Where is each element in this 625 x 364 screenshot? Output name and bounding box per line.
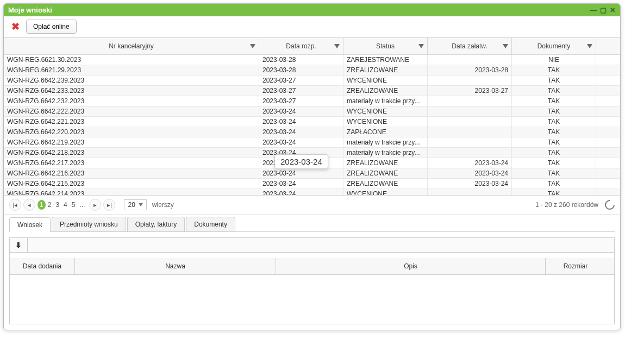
table-cell[interactable]: WGN-RZG.6642.239.2023 bbox=[4, 76, 259, 85]
table-cell[interactable]: 2023-03-24 bbox=[259, 106, 343, 116]
table-cell[interactable]: 2023-03-24 bbox=[259, 189, 343, 196]
table-cell[interactable]: WYCENIONE bbox=[343, 189, 428, 196]
table-row[interactable]: WGN-RZG.6642.214.20232023-03-24WYCENIONE… bbox=[4, 189, 620, 196]
sub-column-data-dodania[interactable]: Data dodania bbox=[10, 258, 75, 274]
table-cell[interactable]: WGN-RZG.6642.232.2023 bbox=[4, 96, 259, 106]
table-cell[interactable]: TAK bbox=[512, 179, 596, 189]
table-cell[interactable] bbox=[428, 137, 512, 147]
table-cell[interactable]: ZAPŁACONE bbox=[343, 127, 428, 137]
tab-przedmioty-wniosku[interactable]: Przedmioty wniosku bbox=[52, 217, 126, 231]
table-cell[interactable]: 2023-03-24 bbox=[259, 127, 343, 137]
table-cell[interactable]: 2023-03-27 bbox=[259, 96, 343, 106]
table-cell[interactable]: 2023-03-27 bbox=[259, 86, 343, 96]
table-cell[interactable]: 2023-03-24 bbox=[259, 168, 343, 178]
table-cell[interactable]: TAK bbox=[512, 137, 596, 147]
table-cell[interactable]: TAK bbox=[512, 168, 596, 178]
table-cell[interactable]: ZREALIZOWANE bbox=[343, 158, 428, 168]
table-cell[interactable] bbox=[428, 189, 512, 196]
table-row[interactable]: WGN-RZG.6642.233.20232023-03-27ZREALIZOW… bbox=[4, 86, 620, 96]
page-number[interactable]: 2 bbox=[46, 200, 54, 210]
table-cell[interactable]: ZREALIZOWANE bbox=[343, 65, 428, 75]
next-page-button[interactable]: ▸ bbox=[89, 199, 101, 211]
table-cell[interactable]: TAK bbox=[512, 189, 596, 196]
table-cell[interactable]: WGN-RZG.6642.214.2023 bbox=[4, 189, 259, 196]
table-cell[interactable]: ZREALIZOWANE bbox=[343, 168, 428, 178]
last-page-button[interactable]: ▸| bbox=[103, 199, 115, 211]
table-cell[interactable]: TAK bbox=[512, 127, 596, 137]
table-cell[interactable]: 2023-03-24 bbox=[259, 158, 343, 168]
table-row[interactable]: WGN-REG.6621.29.20232023-03-28ZREALIZOWA… bbox=[4, 65, 620, 76]
minimize-icon[interactable]: — bbox=[590, 6, 597, 14]
table-cell[interactable]: 2023-03-28 bbox=[428, 65, 512, 75]
tab-wniosek[interactable]: Wniosek bbox=[9, 217, 51, 232]
filter-icon[interactable] bbox=[334, 44, 340, 48]
sub-grid-body[interactable] bbox=[10, 275, 614, 324]
column-header-dokumenty[interactable]: Dokumenty bbox=[512, 38, 596, 54]
table-row[interactable]: WGN-RZG.6642.218.20232023-03-24materiały… bbox=[4, 148, 620, 158]
table-cell[interactable]: WYCENIONE bbox=[343, 117, 428, 127]
filter-icon[interactable] bbox=[587, 44, 592, 48]
table-cell[interactable]: ZREALIZOWANE bbox=[343, 179, 428, 189]
table-cell[interactable]: TAK bbox=[512, 76, 596, 85]
first-page-button[interactable]: |◂ bbox=[9, 199, 21, 211]
table-cell[interactable]: materiały w trakcie przy... bbox=[343, 96, 428, 106]
page-number[interactable]: 4 bbox=[61, 200, 70, 210]
column-header-nr[interactable]: Nr kancelaryjny bbox=[4, 38, 259, 54]
refresh-icon[interactable] bbox=[603, 198, 616, 211]
close-window-icon[interactable]: ✕ bbox=[610, 6, 616, 14]
table-cell[interactable] bbox=[428, 106, 512, 116]
table-cell[interactable]: TAK bbox=[512, 96, 596, 106]
table-cell[interactable]: materiały w trakcie przy... bbox=[343, 137, 428, 147]
table-cell[interactable] bbox=[428, 76, 512, 85]
table-cell[interactable] bbox=[428, 117, 512, 127]
table-cell[interactable]: 2023-03-27 bbox=[259, 76, 343, 85]
table-cell[interactable]: 2023-03-24 bbox=[259, 117, 343, 127]
table-row[interactable]: WGN-RZG.6642.217.20232023-03-24ZREALIZOW… bbox=[4, 158, 620, 168]
download-icon[interactable]: ⬇ bbox=[10, 238, 28, 252]
table-cell[interactable]: 2023-03-24 bbox=[428, 179, 512, 189]
table-row[interactable]: WGN-REG.6621.30.20232023-03-28ZAREJESTRO… bbox=[4, 55, 620, 65]
table-cell[interactable]: WGN-REG.6621.29.2023 bbox=[4, 65, 259, 75]
table-row[interactable]: WGN-RZG.6642.232.20232023-03-27materiały… bbox=[4, 96, 620, 106]
table-cell[interactable]: TAK bbox=[512, 148, 596, 158]
titlebar[interactable]: Moje wnioski — ▢ ✕ bbox=[4, 4, 620, 16]
maximize-icon[interactable]: ▢ bbox=[600, 6, 607, 14]
table-cell[interactable]: materiały w trakcie przy... bbox=[343, 148, 428, 158]
table-cell[interactable]: 2023-03-27 bbox=[428, 86, 512, 96]
close-icon[interactable]: ✖ bbox=[9, 21, 22, 33]
table-cell[interactable]: WGN-RZG.6642.217.2023 bbox=[4, 158, 259, 168]
page-number[interactable]: 1 bbox=[38, 200, 46, 210]
page-number[interactable]: 3 bbox=[53, 200, 61, 210]
grid-body[interactable]: WGN-REG.6621.30.20232023-03-28ZAREJESTRO… bbox=[4, 55, 620, 196]
sub-column-nazwa[interactable]: Nazwa bbox=[75, 258, 276, 274]
table-cell[interactable]: WYCENIONE bbox=[343, 76, 428, 85]
table-cell[interactable]: NIE bbox=[512, 55, 596, 65]
table-cell[interactable]: 2023-03-24 bbox=[259, 148, 343, 158]
table-cell[interactable]: 2023-03-24 bbox=[428, 158, 512, 168]
table-cell[interactable]: 2023-03-28 bbox=[259, 65, 343, 75]
table-cell[interactable]: WGN-RZG.6642.222.2023 bbox=[4, 106, 259, 116]
column-header-status[interactable]: Status bbox=[343, 38, 428, 54]
table-cell[interactable] bbox=[428, 148, 512, 158]
table-cell[interactable]: 2023-03-24 bbox=[259, 137, 343, 147]
table-cell[interactable] bbox=[428, 55, 512, 65]
table-cell[interactable]: 2023-03-28 bbox=[259, 55, 343, 65]
table-cell[interactable]: WGN-RZG.6642.215.2023 bbox=[4, 179, 259, 189]
table-cell[interactable]: WGN-REG.6621.30.2023 bbox=[4, 55, 259, 65]
filter-icon[interactable] bbox=[503, 44, 508, 48]
table-cell[interactable]: ZREALIZOWANE bbox=[343, 86, 428, 96]
filter-icon[interactable] bbox=[418, 44, 424, 48]
table-cell[interactable]: WGN-RZG.6642.221.2023 bbox=[4, 117, 259, 127]
page-number[interactable]: 5 bbox=[70, 200, 78, 210]
filter-icon[interactable] bbox=[250, 44, 255, 48]
pay-online-button[interactable]: Opłać online bbox=[26, 20, 77, 34]
table-cell[interactable]: WGN-RZG.6642.216.2023 bbox=[4, 168, 259, 178]
table-cell[interactable]: WGN-RZG.6642.219.2023 bbox=[4, 137, 259, 147]
table-row[interactable]: WGN-RZG.6642.215.20232023-03-24ZREALIZOW… bbox=[4, 179, 620, 189]
table-cell[interactable]: TAK bbox=[512, 86, 596, 96]
table-cell[interactable] bbox=[428, 127, 512, 137]
page-number[interactable]: ... bbox=[77, 200, 87, 210]
table-cell[interactable]: WGN-RZG.6642.233.2023 bbox=[4, 86, 259, 96]
prev-page-button[interactable]: ◂ bbox=[23, 199, 35, 211]
sub-column-opis[interactable]: Opis bbox=[276, 258, 546, 274]
